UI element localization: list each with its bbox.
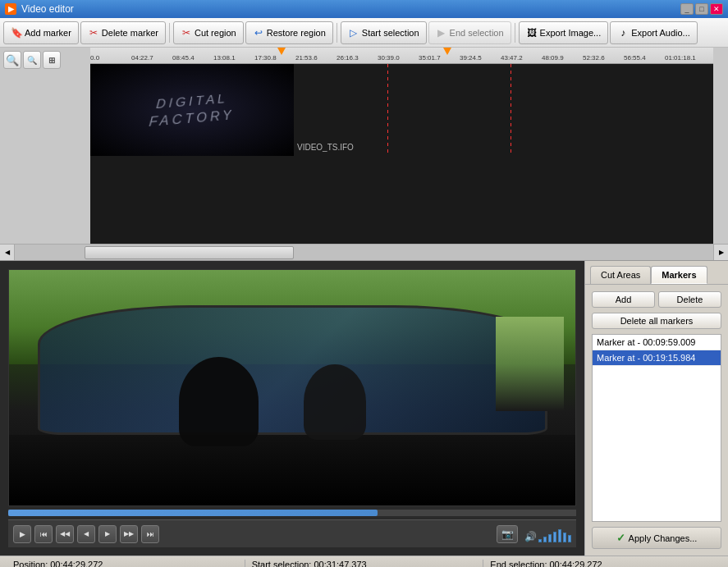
right-panel: Cut Areas Markers Add Delete Delete all … [584,261,728,556]
export-audio-button[interactable]: ♪ Export Audio... [610,21,698,44]
cut-region-icon: ✂ [181,27,192,39]
video-progress-container[interactable] [8,510,576,516]
maximize-button[interactable]: □ [695,3,708,15]
video-player: ▶ ⏮ ◀◀ ◀ ▶ ▶▶ ⏭ 📷 🔊 [0,261,584,556]
timeline-scrollbar: ◀ ▶ [0,244,728,260]
scrollbar-track[interactable] [15,245,713,260]
status-start-selection: Start selection: 00:31:47.373 [245,560,484,568]
video-file-label: VIDEO_TS.IFO [297,143,354,152]
zoom-fit-icon: ⊞ [48,56,55,65]
timeline-ruler: 0.0 04:22.7 08:45.4 13:08.1 17:30.8 21:5… [90,48,713,64]
zoom-in-icon: 🔍 [6,54,19,66]
screenshot-icon: 📷 [501,528,514,540]
start-selection-button[interactable]: ▷ Start selection [341,21,427,44]
panel-buttons-row: Add Delete [592,291,721,308]
ruler-mark-2: 08:45.4 [172,54,195,62]
video-screen[interactable] [8,269,576,506]
delete-all-markers-button[interactable]: Delete all markers [592,313,721,329]
timeline-area: 🔍 🔍 ⊞ 0.0 04:22.7 08:45.4 13:08.1 17:30.… [0,48,728,261]
ruler-mark-9: 39:24.5 [460,54,482,62]
video-thumbnail: DIGITAL FACTORY [90,64,294,156]
play-button[interactable]: ▶ [13,525,31,543]
ruler-mark-4: 17:30.8 [254,54,277,62]
rewind-button[interactable]: ◀◀ [56,525,74,543]
ruler-mark-1: 04:22.7 [131,54,153,62]
car-right-window [496,317,564,411]
panel-content: Add Delete Delete all markers Marker at … [585,285,728,556]
ruler-mark-6: 26:16.3 [337,54,359,62]
zoom-out-button[interactable]: 🔍 [23,51,41,69]
car-dashboard [9,435,575,505]
toolbar: 🔖 Add marker ✂ Delete marker ✂ Cut regio… [0,18,728,48]
delete-marker-icon: ✂ [88,27,99,39]
delete-marker-button[interactable]: ✂ Delete marker [80,21,166,44]
add-marker-icon: 🔖 [11,27,22,39]
marker-item-1[interactable]: Marker at - 00:09:59.009 [593,335,721,350]
markers-list[interactable]: Marker at - 00:09:59.009 Marker at - 00:… [592,334,721,522]
restore-region-icon: ↩ [253,27,264,39]
apply-check-icon: ✓ [616,532,625,544]
step-forward-button[interactable]: ▶ [98,525,117,543]
volume-bar-7 [568,535,571,542]
volume-container: 🔊 [524,526,571,542]
volume-bar-3 [548,534,552,542]
ruler-mark-5: 21:53.6 [295,54,318,62]
scroll-left-button[interactable]: ◀ [0,245,15,261]
zoom-in-button[interactable]: 🔍 [3,51,21,69]
ruler-mark-3: 13:08.1 [213,54,236,62]
restore-region-button[interactable]: ↩ Restore region [245,21,333,44]
timeline-track[interactable]: DIGITAL FACTORY VIDEO_TS.IFO [90,64,713,244]
scrollbar-thumb[interactable] [85,246,294,259]
status-end-selection: End selection: 00:44:29.272 [483,560,721,568]
ruler-mark-13: 56:55.4 [624,54,646,62]
ruler-mark-12: 52:32.6 [583,54,605,62]
fast-forward-button[interactable]: ▶▶ [120,525,138,543]
volume-bar-2 [543,537,547,542]
status-position: Position: 00:44:29.272 [7,560,245,568]
cut-region-button[interactable]: ✂ Cut region [173,21,244,44]
start-selection-icon: ▷ [348,27,359,39]
volume-bar-4 [553,532,556,542]
marker-item-2[interactable]: Marker at - 00:19:15.984 [593,350,721,366]
main-content: ▶ ⏮ ◀◀ ◀ ▶ ▶▶ ⏭ 📷 🔊 [0,261,728,556]
passenger-figure [304,364,366,440]
titlebar: ▶ Video editor _ □ ✕ [0,0,728,18]
add-button[interactable]: Add [592,291,655,308]
delete-button[interactable]: Delete [658,291,721,308]
car-windshield [38,305,547,435]
panel-tabs: Cut Areas Markers [585,261,728,285]
selection-end-line [511,64,511,156]
minimize-button[interactable]: _ [680,3,694,15]
prev-frame-button[interactable]: ⏮ [34,525,53,543]
tab-markers[interactable]: Markers [651,266,707,284]
close-button[interactable]: ✕ [710,3,723,15]
zoom-out-icon: 🔍 [27,56,37,65]
zoom-fit-button[interactable]: ⊞ [43,51,61,69]
next-frame-button[interactable]: ⏭ [141,525,159,543]
video-progress-bar [8,510,378,516]
driver-figure [179,357,259,446]
timeline-marker-1 [277,48,286,55]
end-selection-button[interactable]: ▶ End selection [428,21,511,44]
toolbar-separator-2 [337,23,337,43]
add-marker-button[interactable]: 🔖 Add marker [3,21,79,44]
tab-cut-areas[interactable]: Cut Areas [590,266,651,284]
scroll-right-button[interactable]: ▶ [713,245,728,261]
screenshot-button[interactable]: 📷 [497,525,518,543]
ruler-mark-7: 30:39.0 [378,54,400,62]
volume-bar-6 [563,533,566,542]
ruler-mark-11: 48:09.9 [542,54,564,62]
export-audio-icon: ♪ [617,27,629,39]
ruler-mark-10: 43:47.2 [501,54,523,62]
ruler-mark-8: 35:01.7 [419,54,441,62]
export-image-button[interactable]: 🖼 Export Image... [519,21,609,44]
export-image-icon: 🖼 [526,27,538,39]
timeline-marker-2 [443,48,451,55]
apply-changes-button[interactable]: ✓ Apply Changes... [592,527,721,549]
toolbar-separator-1 [169,23,170,43]
volume-bar-1 [538,539,542,542]
window-controls: _ □ ✕ [680,3,723,15]
step-back-button[interactable]: ◀ [77,525,95,543]
speaker-icon: 🔊 [524,531,537,542]
app-title: Video editor [21,3,680,15]
